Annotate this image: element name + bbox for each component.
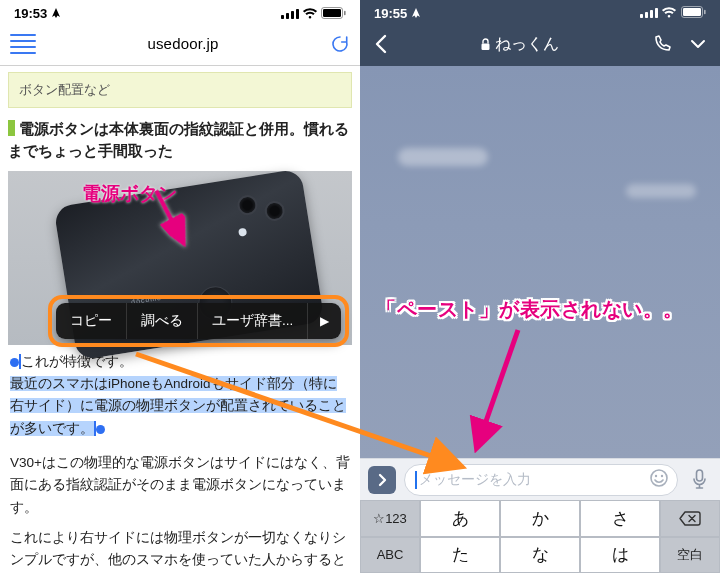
key-abc[interactable]: ABC	[360, 537, 420, 574]
svg-point-18	[661, 474, 663, 476]
key-num[interactable]: ☆123	[360, 500, 420, 537]
status-bar: 19:55	[360, 0, 720, 22]
svg-rect-8	[640, 14, 643, 18]
key-ka[interactable]: か	[500, 500, 580, 537]
article-heading: 電源ボタンは本体裏面の指紋認証と併用。慣れるまでちょっと手間取った	[8, 118, 352, 163]
article-p1a: これが特徴です。	[21, 354, 133, 369]
key-ta[interactable]: た	[420, 537, 500, 574]
svg-rect-19	[696, 470, 702, 481]
key-ha[interactable]: は	[580, 537, 660, 574]
back-button[interactable]	[374, 34, 387, 54]
selection-end-handle[interactable]	[96, 425, 105, 434]
key-na[interactable]: な	[500, 537, 580, 574]
chat-header: ねっくん	[360, 22, 720, 66]
emoji-button[interactable]	[649, 468, 669, 492]
signal-icon	[281, 8, 299, 19]
line-screen: 19:55 ねっくん メッセージを入力	[360, 0, 720, 573]
svg-point-16	[651, 470, 667, 486]
status-time: 19:55	[374, 6, 421, 21]
overlay-caption: 「ペースト」が表示されない。。	[376, 296, 684, 323]
safari-toolbar: usedoor.jp	[0, 22, 360, 66]
text-caret	[415, 471, 417, 489]
svg-rect-5	[323, 9, 341, 17]
notice-box: ボタン配置など	[8, 72, 352, 108]
status-time: 19:53	[14, 6, 61, 21]
battery-icon	[321, 7, 346, 19]
ctx-more[interactable]: ▶	[308, 303, 341, 339]
status-indicators	[281, 7, 346, 19]
svg-rect-11	[655, 8, 658, 18]
svg-rect-6	[344, 11, 346, 15]
delete-icon	[679, 511, 701, 526]
svg-rect-0	[281, 15, 284, 19]
lock-icon	[480, 38, 491, 51]
svg-rect-9	[645, 12, 648, 18]
chat-title: ねっくん	[480, 34, 559, 55]
address-bar[interactable]: usedoor.jp	[147, 35, 218, 52]
keyboard: ☆123 あ か さ ABC た な は 空白	[360, 500, 720, 573]
svg-point-17	[655, 474, 657, 476]
svg-rect-15	[482, 43, 490, 50]
battery-icon	[681, 6, 706, 18]
svg-rect-13	[683, 8, 701, 16]
selection-start-handle[interactable]	[10, 358, 19, 367]
article-p3: これにより右サイドには物理ボタンが一切なくなりシンプルですが、他のスマホを使って…	[10, 527, 350, 573]
signal-icon	[640, 7, 658, 18]
message-placeholder: メッセージを入力	[419, 471, 531, 489]
safari-screen: 19:53 usedoor.jp ボタン配置など 電源ボタンは本体裏面の指紋認証…	[0, 0, 360, 573]
article-p1b-selected: 最近のスマホはiPhoneもAndroidもサイド部分（特に右サイド）に電源の物…	[10, 376, 346, 436]
chat-body[interactable]	[360, 66, 720, 458]
article-photo: dōcomo 電源ボタン コピー 調べる ユーザ辞書... ▶	[8, 171, 352, 345]
triangle-right-icon: ▶	[320, 314, 329, 328]
svg-rect-10	[650, 10, 653, 18]
status-bar: 19:53	[0, 0, 360, 22]
wifi-icon	[661, 7, 677, 18]
message-input[interactable]: メッセージを入力	[404, 464, 678, 496]
reader-button[interactable]	[10, 31, 36, 57]
expand-button[interactable]	[368, 466, 396, 494]
key-a[interactable]: あ	[420, 500, 500, 537]
article-body: これが特徴です。 最近のスマホはiPhoneもAndroidもサイド部分（特に右…	[8, 347, 352, 573]
status-indicators	[640, 6, 706, 21]
menu-button[interactable]	[690, 39, 706, 49]
key-space[interactable]: 空白	[660, 537, 720, 574]
article-p2: V30+はこの物理的な電源ボタンはサイドにはなく、背面にある指紋認証がそのまま電…	[10, 452, 350, 519]
key-sa[interactable]: さ	[580, 500, 660, 537]
svg-rect-2	[291, 11, 294, 19]
voice-button[interactable]	[686, 469, 712, 491]
ctx-lookup[interactable]: 調べる	[127, 303, 198, 339]
svg-rect-14	[704, 9, 706, 13]
text-context-menu: コピー 調べる ユーザ辞書... ▶	[56, 303, 341, 339]
message-input-bar: メッセージを入力	[360, 458, 720, 500]
svg-rect-3	[296, 9, 299, 19]
call-button[interactable]	[652, 34, 672, 54]
svg-rect-1	[286, 13, 289, 19]
ctx-userdict[interactable]: ユーザ辞書...	[198, 303, 308, 339]
ctx-copy[interactable]: コピー	[56, 303, 127, 339]
wifi-icon	[302, 8, 318, 19]
reload-button[interactable]	[330, 34, 350, 54]
key-delete[interactable]	[660, 500, 720, 537]
